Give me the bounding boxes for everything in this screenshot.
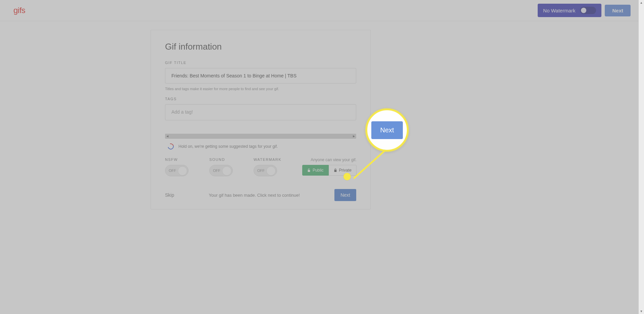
nsfw-toggle[interactable]: OFF: [165, 165, 189, 176]
chevron-right-icon[interactable]: ▶: [353, 135, 355, 138]
unlock-icon: [307, 168, 311, 172]
visibility-hint: Anyone can view your gif.: [302, 158, 357, 162]
gif-title-input[interactable]: [165, 68, 356, 83]
gif-title-hint: Titles and tags make it easier for more …: [165, 87, 356, 91]
chevron-left-icon[interactable]: ◀: [166, 135, 168, 138]
watermark-toggle[interactable]: [580, 7, 596, 14]
footer-row: Skip Your gif has been made. Click next …: [165, 189, 356, 201]
callout-highlight: Next: [366, 109, 409, 151]
window-scrollbar[interactable]: ▲ ▼: [639, 0, 644, 314]
tag-scroll-strip[interactable]: ◀ ▶: [165, 134, 356, 139]
nsfw-toggle-group: NSFW OFF: [165, 158, 189, 176]
tags-label: TAGS: [165, 97, 356, 101]
suggested-tags-msg: Hold on, we're getting some suggested ta…: [178, 144, 278, 149]
watermark-badge-label: No Watermark: [543, 8, 575, 13]
app-header: gifs No Watermark Next: [0, 0, 644, 21]
private-label: Private: [339, 168, 352, 173]
scrollbar-up-icon[interactable]: ▲: [639, 0, 644, 5]
skip-button[interactable]: Skip: [165, 192, 174, 198]
visibility-public-button[interactable]: Public: [302, 165, 329, 176]
card-heading: Gif information: [165, 42, 356, 52]
watermark-option-toggle[interactable]: OFF: [254, 165, 277, 176]
loading-spinner-icon: [167, 142, 175, 151]
tags-input[interactable]: Add a tag!: [165, 104, 356, 120]
sound-label: SOUND: [209, 158, 225, 162]
gif-info-card: Gif information GIF TITLE Titles and tag…: [151, 30, 371, 209]
sound-toggle[interactable]: OFF: [209, 165, 233, 176]
logo[interactable]: gifs: [13, 6, 25, 15]
suggested-tags-row: Hold on, we're getting some suggested ta…: [165, 143, 356, 149]
callout-next-button: Next: [371, 121, 402, 139]
header-next-button[interactable]: Next: [605, 5, 631, 16]
sound-toggle-group: SOUND OFF: [209, 158, 233, 176]
header-actions: No Watermark Next: [538, 4, 631, 17]
gif-title-label: GIF TITLE: [165, 61, 356, 65]
visibility-private-button[interactable]: Private: [329, 165, 357, 176]
nsfw-label: NSFW: [165, 158, 178, 162]
watermark-toggle-group: WATERMARK OFF: [254, 158, 281, 176]
options-row: NSFW OFF SOUND OFF WATERMARK OFF Anyone …: [165, 158, 356, 176]
next-button[interactable]: Next: [334, 189, 356, 201]
status-message: Your gif has been made. Click next to co…: [209, 193, 300, 198]
lock-icon: [334, 168, 337, 172]
callout-dot: [343, 173, 351, 180]
scrollbar-down-icon[interactable]: ▼: [639, 309, 644, 314]
watermark-option-label: WATERMARK: [254, 158, 281, 162]
public-label: Public: [313, 168, 324, 173]
watermark-badge[interactable]: No Watermark: [538, 4, 601, 17]
